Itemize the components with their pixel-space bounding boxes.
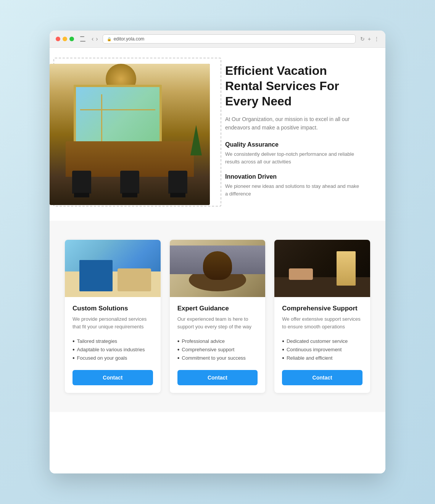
pillow-detail	[289, 268, 313, 280]
card-3-list: Dedicated customer service Continuous im…	[282, 337, 362, 362]
hero-title: Efficient Vacation Rental Services For E…	[225, 63, 362, 109]
forward-arrow-icon[interactable]: ›	[96, 36, 98, 42]
card-1-desc: We provide personalized services that fi…	[72, 315, 153, 331]
traffic-lights	[56, 37, 74, 41]
chair-2	[120, 171, 139, 194]
chair-group-detail	[118, 268, 151, 291]
cards-section: Custom Solutions We provide personalized…	[50, 221, 385, 412]
list-item: Tailored strategies	[72, 337, 153, 346]
chairs-decoration	[58, 171, 202, 194]
hero-subtitle: At Our Organization, our mission is to e…	[225, 115, 362, 132]
list-item: Comprehensive support	[177, 346, 258, 354]
bed-detail	[274, 277, 370, 297]
browser-chrome: ‹ › 🔒 editor.yola.com ↻ + ⋮	[50, 31, 385, 48]
list-item: Continuous improvement	[282, 346, 362, 354]
card-1-contact-button[interactable]: Contact	[72, 370, 153, 385]
url-text: editor.yola.com	[114, 36, 145, 42]
card-2-title: Expert Guidance	[177, 305, 258, 312]
card-1-body: Custom Solutions We provide personalized…	[65, 297, 161, 393]
sidebar-toggle-icon[interactable]	[80, 36, 87, 42]
card-3-image	[274, 240, 370, 297]
card-2-body: Expert Guidance Our experienced team is …	[170, 297, 266, 393]
card-2-contact-button[interactable]: Contact	[177, 370, 258, 385]
card-1-list: Tailored strategies Adaptable to various…	[72, 337, 153, 362]
hero-section: Efficient Vacation Rental Services For E…	[50, 48, 385, 221]
list-item: Commitment to your success	[177, 354, 258, 362]
card-2-list: Professional advice Comprehensive suppor…	[177, 337, 258, 362]
feature-quality: Quality Assurance We consistently delive…	[225, 141, 362, 166]
card-expert-guidance: Expert Guidance Our experienced team is …	[170, 240, 266, 393]
minimize-button[interactable]	[63, 37, 67, 41]
list-item: Focused on your goals	[72, 354, 153, 362]
card-3-body: Comprehensive Support We offer extensive…	[274, 297, 370, 393]
close-button[interactable]	[56, 37, 60, 41]
refresh-icon[interactable]: ↻	[360, 36, 365, 42]
browser-window: ‹ › 🔒 editor.yola.com ↻ + ⋮	[50, 31, 385, 473]
feature-innovation-title: Innovation Driven	[225, 173, 362, 180]
card-1-image	[65, 240, 161, 297]
menu-icon[interactable]: ⋮	[374, 36, 379, 42]
list-item: Reliable and efficient	[282, 354, 362, 362]
list-item: Professional advice	[177, 337, 258, 346]
card-3-desc: We offer extensive support services to e…	[282, 315, 362, 331]
feature-innovation-desc: We pioneer new ideas and solutions to st…	[225, 183, 362, 198]
hero-image-container	[50, 64, 210, 205]
list-item: Dedicated customer service	[282, 337, 362, 346]
feature-quality-desc: We consistently deliver top-notch perfor…	[225, 150, 362, 166]
pinecone-detail	[203, 251, 232, 280]
cards-grid: Custom Solutions We provide personalized…	[65, 240, 370, 393]
back-arrow-icon[interactable]: ‹	[92, 36, 93, 42]
chair-3	[168, 171, 187, 194]
feature-innovation: Innovation Driven We pioneer new ideas a…	[225, 173, 362, 198]
maximize-button[interactable]	[69, 37, 74, 41]
chair-1	[72, 171, 91, 194]
address-bar[interactable]: 🔒 editor.yola.com	[103, 34, 356, 44]
page-content: Efficient Vacation Rental Services For E…	[50, 48, 385, 473]
door-detail	[98, 260, 113, 292]
card-3-title: Comprehensive Support	[282, 305, 362, 312]
card-2-desc: Our experienced team is here to support …	[177, 315, 258, 331]
hero-text: Efficient Vacation Rental Services For E…	[225, 63, 370, 205]
list-item: Adaptable to various industries	[72, 346, 153, 354]
dining-room-scene	[50, 64, 210, 205]
add-tab-icon[interactable]: +	[368, 36, 371, 42]
card-comprehensive-support: Comprehensive Support We offer extensive…	[274, 240, 370, 393]
hero-image	[50, 64, 210, 205]
nav-arrows: ‹ ›	[92, 36, 98, 42]
card-1-title: Custom Solutions	[72, 305, 153, 312]
lock-icon: 🔒	[107, 37, 111, 41]
plant-decoration	[190, 125, 202, 155]
card-custom-solutions: Custom Solutions We provide personalized…	[65, 240, 161, 393]
browser-actions: ↻ + ⋮	[360, 36, 379, 42]
card-2-image	[170, 240, 266, 297]
feature-quality-title: Quality Assurance	[225, 141, 362, 148]
card-3-contact-button[interactable]: Contact	[282, 370, 362, 385]
